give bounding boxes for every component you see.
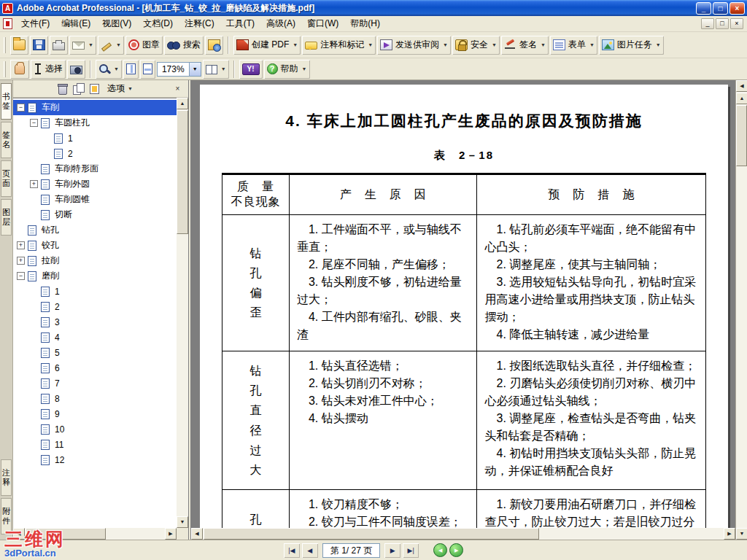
help-button[interactable]: ?帮助▼ (264, 60, 310, 79)
nav-tab-pages[interactable]: 页面 (1, 160, 12, 197)
next-page-button[interactable]: ▶ (384, 543, 400, 558)
bookmark-item[interactable]: 6 (13, 360, 177, 376)
collapse-toggle-icon[interactable]: − (17, 104, 25, 112)
first-page-button[interactable]: |◀ (284, 543, 300, 558)
snapshot-button[interactable] (67, 60, 85, 79)
nav-tab-bookmarks[interactable]: 书签 (1, 83, 12, 120)
bookmark-item[interactable]: 2 (13, 146, 177, 161)
bookmark-item[interactable]: 1 (13, 284, 177, 299)
bookmarks-vertical-scrollbar[interactable]: ▲ ▼ (177, 98, 188, 528)
close-button[interactable]: × (729, 2, 745, 15)
toolbar-grip[interactable] (4, 37, 6, 53)
search-button[interactable]: 搜索 (164, 36, 204, 55)
expand-toggle-icon[interactable]: + (17, 257, 25, 265)
page-number-field[interactable]: 第 1/ 27 页 (322, 543, 380, 558)
secure-button[interactable]: 安全▼ (452, 36, 500, 55)
bookmark-item[interactable]: 车削圆锥 (13, 192, 177, 207)
bookmark-item[interactable]: 5 (13, 345, 177, 360)
pen-markup-button[interactable]: ▼ (98, 36, 124, 55)
document-horizontal-scrollbar[interactable]: ◀ ▶ (191, 528, 735, 540)
bookmark-item[interactable]: 8 (13, 391, 177, 406)
scroll-up-button[interactable]: ▲ (736, 93, 747, 104)
previous-view-button[interactable]: ◀ (433, 543, 447, 557)
pane-toggle-button[interactable]: ◀ (736, 80, 747, 92)
doc-restore-button[interactable]: □ (716, 18, 729, 29)
expand-toggle-icon[interactable]: + (17, 241, 25, 249)
bookmark-item[interactable]: 1 (13, 131, 177, 146)
fit-width-button[interactable] (140, 60, 155, 79)
bookmark-item[interactable]: −磨削 (13, 268, 177, 284)
expand-toggle-icon[interactable]: + (30, 180, 38, 188)
delete-bookmark-button[interactable] (58, 85, 67, 95)
email-button[interactable]: ▼ (69, 36, 96, 55)
weblinks-button[interactable] (205, 36, 223, 55)
bookmark-item[interactable]: 2 (13, 299, 177, 314)
new-bookmark-button[interactable] (73, 83, 84, 94)
menu-help[interactable]: 帮助(H) (344, 15, 386, 32)
scroll-left-button[interactable]: ◀ (191, 528, 203, 540)
bookmark-item[interactable]: 3 (13, 314, 177, 330)
page-layout-button[interactable]: ▼ (203, 60, 229, 79)
menu-document[interactable]: 文档(D) (137, 15, 179, 32)
scroll-right-button[interactable]: ▶ (724, 528, 735, 540)
bookmark-item[interactable]: −车圆柱孔 (13, 115, 177, 131)
bookmark-item[interactable]: 4 (13, 330, 177, 345)
bookmark-item[interactable]: 11 (13, 437, 177, 452)
actual-size-button[interactable] (123, 60, 139, 79)
scroll-down-button[interactable]: ▼ (736, 528, 747, 540)
picture-tasks-button[interactable]: 图片任务▼ (599, 36, 664, 55)
nav-tab-layers[interactable]: 图层 (1, 199, 12, 236)
options-menu-button[interactable]: 选项 ▼ (105, 81, 135, 96)
doc-minimize-button[interactable]: _ (701, 18, 714, 29)
menu-file[interactable]: 文件(F) (15, 15, 55, 32)
bookmark-item[interactable]: 12 (13, 452, 177, 467)
save-button[interactable] (30, 36, 48, 55)
minimize-button[interactable]: _ (696, 2, 711, 15)
create-pdf-button[interactable]: 创建 PDF▼ (233, 36, 301, 55)
print-button[interactable] (50, 36, 68, 55)
select-tool-button[interactable]: 选择 (31, 60, 66, 79)
open-button[interactable] (10, 36, 28, 55)
forms-button[interactable]: 表单▼ (550, 36, 597, 55)
bookmark-item[interactable]: 车削特形面 (13, 161, 177, 176)
highlight-bookmark-button[interactable] (90, 84, 99, 94)
bookmark-item[interactable]: 切断 (13, 207, 177, 222)
menu-window[interactable]: 窗口(W) (301, 15, 344, 32)
close-panel-button[interactable]: × (171, 83, 184, 95)
doc-close-button[interactable]: × (730, 18, 743, 29)
scroll-down-button[interactable]: ▼ (177, 516, 188, 528)
zoom-level-combo[interactable]: 173% ▼ (157, 62, 201, 77)
scroll-up-button[interactable]: ▲ (177, 98, 188, 109)
maximize-button[interactable]: □ (713, 2, 728, 15)
nav-tab-signatures[interactable]: 签名 (1, 122, 12, 158)
bookmark-item[interactable]: +车削外圆 (13, 176, 177, 192)
bookmark-item[interactable]: 9 (13, 406, 177, 421)
bookmark-item[interactable]: +拉削 (13, 253, 177, 268)
bookmark-item[interactable]: 10 (13, 421, 177, 437)
bookmark-item[interactable]: 钻孔 (13, 222, 177, 238)
menu-view[interactable]: 视图(V) (96, 15, 137, 32)
bookmark-item[interactable]: 7 (13, 376, 177, 391)
menu-advanced[interactable]: 高级(A) (260, 15, 301, 32)
scrollbar-thumb[interactable] (736, 105, 747, 166)
sign-button[interactable]: 签名▼ (501, 36, 549, 55)
hand-tool-button[interactable] (10, 60, 29, 79)
send-review-button[interactable]: 发送供审阅▼ (377, 36, 451, 55)
zoom-dropdown-button[interactable]: ▼ (189, 63, 201, 76)
zoom-tool-button[interactable]: ▼ (96, 60, 122, 79)
menu-comments[interactable]: 注释(C) (179, 15, 220, 32)
document-vertical-sc rollbar[interactable]: ◀ ▲ ▼ (735, 80, 747, 540)
menu-edit[interactable]: 编辑(E) (55, 15, 96, 32)
nav-tab-comments[interactable]: 注释 (1, 459, 12, 496)
yahoo-search-button[interactable]: Y! (239, 60, 263, 79)
scrollbar-thumb[interactable] (177, 110, 188, 234)
bookmark-item[interactable]: −车削 (13, 100, 177, 115)
collapse-toggle-icon[interactable]: − (17, 272, 25, 280)
scroll-right-button[interactable]: ▶ (165, 528, 177, 540)
scrollbar-thumb[interactable] (204, 528, 539, 540)
toolbar-grip[interactable] (4, 61, 6, 77)
collapse-toggle-icon[interactable]: − (30, 119, 38, 127)
stamp-button[interactable]: 图章 (125, 36, 163, 55)
last-page-button[interactable]: ▶| (403, 543, 419, 558)
comment-markup-button[interactable]: 注释和标记▼ (302, 36, 376, 55)
